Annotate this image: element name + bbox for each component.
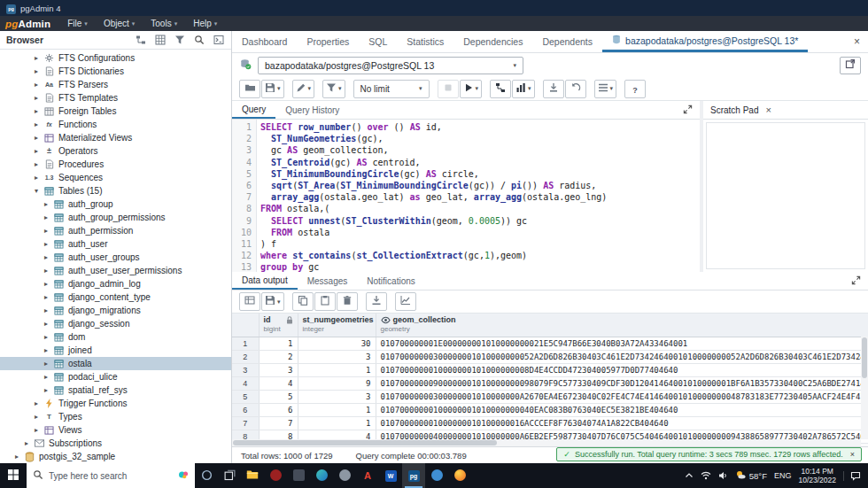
explain-analyze-button[interactable]: ▾ <box>512 80 535 98</box>
save-results-to-file-button[interactable] <box>366 292 387 311</box>
column-header-id[interactable]: idbigint <box>259 314 298 337</box>
tab-data-output[interactable]: Data output <box>232 272 298 290</box>
taskbar-app-pgadmin[interactable]: pg <box>402 463 425 488</box>
properties-panel-icon[interactable] <box>154 34 167 46</box>
explain-button[interactable] <box>490 80 511 98</box>
chevron-right-icon[interactable]: ▸ <box>43 333 50 341</box>
tree-item-fts-dictionaries[interactable]: ▸FTS Dictionaries <box>0 65 231 78</box>
macros-button[interactable]: ▾ <box>594 80 617 98</box>
chevron-right-icon[interactable]: ▸ <box>43 240 50 248</box>
cancel-query-button[interactable] <box>438 80 459 98</box>
column-header-geom_collection[interactable]: geom_collectiongeometry <box>376 314 868 337</box>
tree-item-dom[interactable]: ▸dom <box>0 330 231 344</box>
tree-item-fts-configurations[interactable]: ▸FTS Configurations <box>0 51 231 65</box>
toast-close-icon[interactable]: × <box>850 450 855 459</box>
tree-item-materialized-views[interactable]: ▸Materialized Views <box>0 131 231 144</box>
chevron-right-icon[interactable]: ▸ <box>43 293 50 301</box>
table-row[interactable]: 1130010700000001E000000001010000000021E5… <box>232 337 868 350</box>
cell-st-numgeometries[interactable]: 3 <box>298 350 376 363</box>
chevron-right-icon[interactable]: ▸ <box>43 213 50 221</box>
taskbar-app-firefox[interactable] <box>448 463 471 488</box>
sql-code[interactable]: SELECT row_number() over () AS id, ST_Nu… <box>257 120 700 272</box>
row-number-cell[interactable]: 3 <box>232 363 259 376</box>
table-row[interactable]: 44901070000000900000001010000000098079F9… <box>232 376 868 390</box>
execute-query-button[interactable]: ▾ <box>460 80 483 98</box>
row-number-cell[interactable]: 6 <box>232 403 259 416</box>
collapse-browser-icon[interactable] <box>135 34 147 46</box>
cell-st-numgeometries[interactable]: 1 <box>298 363 376 376</box>
cell-id[interactable]: 4 <box>259 376 298 390</box>
chevron-right-icon[interactable]: ▸ <box>43 253 50 261</box>
open-file-button[interactable] <box>239 80 260 98</box>
chevron-right-icon[interactable]: ▸ <box>43 373 50 381</box>
cell-st-numgeometries[interactable]: 1 <box>298 416 376 430</box>
chevron-right-icon[interactable]: ▸ <box>33 160 40 168</box>
chevron-right-icon[interactable]: ▸ <box>33 67 40 75</box>
limit-select[interactable]: No limit▾ <box>353 80 430 98</box>
tree-item-auth-group[interactable]: ▸auth_group <box>0 198 231 211</box>
select-all-cell[interactable] <box>232 314 259 337</box>
commit-button[interactable] <box>543 80 564 98</box>
table-row[interactable]: 66101070000000100000001010000000040EAC08… <box>232 403 868 416</box>
cell-st-numgeometries[interactable]: 30 <box>298 337 376 350</box>
results-grid[interactable]: idbigintst_numgeometriesintegergeom_coll… <box>232 314 868 446</box>
graph-visualiser-button[interactable] <box>395 292 416 311</box>
filter-browser-icon[interactable] <box>174 34 186 46</box>
chevron-right-icon[interactable]: ▸ <box>43 306 50 314</box>
tree-item-foreign-tables[interactable]: ▸Foreign Tables <box>0 105 231 118</box>
cell-st-numgeometries[interactable]: 1 <box>298 403 376 416</box>
tree-item-sequences[interactable]: ▸1.3Sequences <box>0 171 231 184</box>
clock[interactable]: 10:14 PM 10/23/2022 <box>798 467 836 484</box>
tree-item-joined[interactable]: ▸joined <box>0 344 231 357</box>
chevron-right-icon[interactable]: ▸ <box>13 453 20 461</box>
cell-id[interactable]: 2 <box>259 350 298 363</box>
tree-item-django-migrations[interactable]: ▸django_migrations <box>0 304 231 317</box>
tree-item-auth-user-groups[interactable]: ▸auth_user_groups <box>0 251 231 264</box>
notification-center-icon[interactable] <box>843 471 861 481</box>
filter-button[interactable]: ▾ <box>322 80 345 98</box>
tab-dependencies[interactable]: Dependencies <box>453 31 532 52</box>
cell-id[interactable]: 6 <box>259 403 298 416</box>
language-indicator[interactable]: ENG <box>774 471 792 480</box>
taskbar-app-word[interactable]: W <box>379 463 402 488</box>
menu-object[interactable]: Object▾ <box>96 16 143 31</box>
column-header-st_numgeometries[interactable]: st_numgeometriesinteger <box>298 314 376 337</box>
taskbar-app-task-view[interactable] <box>218 463 241 488</box>
tree-item-subscriptions[interactable]: ▸Subscriptions <box>0 437 231 450</box>
chevron-right-icon[interactable]: ▸ <box>43 227 50 235</box>
tab-sql[interactable]: SQL <box>359 31 397 52</box>
chevron-down-icon[interactable]: ▾ <box>33 187 40 195</box>
chevron-right-icon[interactable]: ▸ <box>43 360 50 368</box>
taskbar-app-file-explorer[interactable] <box>241 463 264 488</box>
tab-dashboard[interactable]: Dashboard <box>232 31 297 52</box>
taskbar-app-app-globe[interactable] <box>333 463 356 488</box>
add-row-button[interactable] <box>239 292 260 311</box>
tree-item-django-session[interactable]: ▸django_session <box>0 317 231 330</box>
tab-statistics[interactable]: Statistics <box>397 31 453 52</box>
taskbar-app-edge[interactable] <box>310 463 333 488</box>
chevron-right-icon[interactable]: ▸ <box>33 174 40 182</box>
close-panel-icon[interactable]: × <box>846 35 868 48</box>
chevron-right-icon[interactable]: ▸ <box>33 399 40 407</box>
tree-item-trigger-functions[interactable]: ▸Trigger Functions <box>0 397 231 410</box>
table-row[interactable]: 22301070000000300000001010000000052A2D6D… <box>232 350 868 363</box>
taskbar-app-cortana[interactable] <box>195 463 218 488</box>
save-file-button[interactable]: ▾ <box>261 80 284 98</box>
view-geometries-icon[interactable] <box>381 316 391 324</box>
chevron-right-icon[interactable]: ▸ <box>43 280 50 288</box>
chevron-right-icon[interactable]: ▸ <box>33 426 40 434</box>
tree-item-fts-templates[interactable]: ▸FTS Templates <box>0 91 231 105</box>
tree-item-types[interactable]: ▸TTypes <box>0 410 231 423</box>
paste-button[interactable] <box>314 292 336 311</box>
chevron-right-icon[interactable]: ▸ <box>33 54 40 62</box>
tree-item-views[interactable]: ▸Views <box>0 423 231 437</box>
horizontal-scrollbar[interactable] <box>232 439 861 446</box>
chevron-right-icon[interactable]: ▸ <box>33 107 40 115</box>
cell-geom-collection[interactable]: 01070000000900000001010000000098079F9C57… <box>376 376 868 390</box>
expand-editor-icon[interactable] <box>676 105 700 116</box>
tree-item-django-admin-log[interactable]: ▸django_admin_log <box>0 277 231 290</box>
tree-item-operators[interactable]: ▸±Operators <box>0 144 231 158</box>
cell-id[interactable]: 1 <box>259 337 298 350</box>
cell-geom-collection[interactable]: 01070000000300000001010000000052A2D6D826… <box>376 350 868 363</box>
network-icon[interactable] <box>701 471 711 480</box>
